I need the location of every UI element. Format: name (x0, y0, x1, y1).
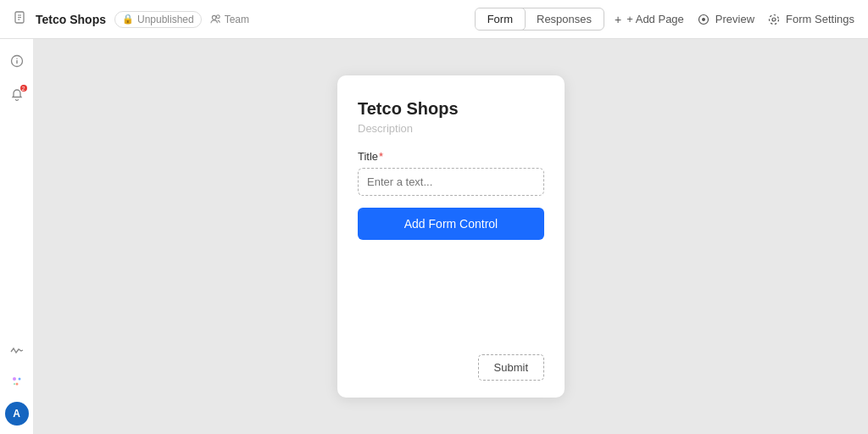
add-page-link[interactable]: + + Add Page (615, 13, 684, 26)
topbar-right: + + Add Page Preview Form Settings (615, 13, 854, 26)
view-tabs: Form Responses (475, 8, 604, 31)
submit-button[interactable]: Submit (478, 354, 544, 381)
topbar-left: Tetco Shops 🔒 Unpublished Team (14, 11, 465, 28)
svg-point-15 (15, 383, 18, 386)
svg-point-13 (13, 377, 16, 381)
sidebar-activity-icon[interactable] (3, 337, 31, 364)
form-card: Tetco Shops Description Title* Add Form … (337, 75, 565, 398)
svg-point-16 (14, 383, 15, 385)
svg-point-7 (702, 18, 705, 21)
sidebar-info-icon[interactable] (3, 47, 31, 75)
svg-point-8 (772, 18, 776, 21)
notification-badge: 2 (20, 85, 27, 92)
form-card-spacer (358, 247, 544, 348)
left-sidebar: 2 A (0, 39, 34, 434)
topbar: Tetco Shops 🔒 Unpublished Team Form Resp… (0, 0, 868, 39)
team-badge: Team (210, 14, 249, 25)
title-input[interactable] (358, 168, 544, 196)
sidebar-bell-icon[interactable]: 2 (3, 81, 31, 108)
add-form-control-button[interactable]: Add Form Control (358, 208, 544, 240)
svg-point-4 (212, 15, 216, 19)
doc-icon (14, 11, 27, 27)
preview-link[interactable]: Preview (698, 13, 754, 25)
tab-form[interactable]: Form (475, 8, 526, 31)
status-label: Unpublished (137, 14, 194, 25)
lock-icon: 🔒 (122, 14, 134, 25)
required-marker: * (379, 150, 383, 163)
svg-point-14 (18, 378, 20, 381)
sidebar-sparkle-icon[interactable] (3, 368, 31, 395)
form-card-description: Description (358, 122, 544, 135)
user-avatar[interactable]: A (5, 402, 29, 426)
form-settings-link[interactable]: Form Settings (768, 13, 854, 25)
svg-point-12 (16, 58, 17, 59)
tab-responses[interactable]: Responses (525, 8, 604, 30)
field-label: Title* (358, 150, 544, 163)
svg-point-9 (770, 14, 779, 24)
form-card-title: Tetco Shops (358, 99, 544, 119)
app-title: Tetco Shops (36, 13, 106, 26)
status-badge: 🔒 Unpublished (114, 11, 202, 28)
svg-point-5 (216, 15, 220, 19)
form-canvas: Tetco Shops Description Title* Add Form … (34, 39, 868, 434)
plus-icon: + (615, 13, 621, 26)
main-area: 2 A Tetco Shops Description Title* Add F… (0, 39, 868, 434)
team-label: Team (225, 14, 249, 25)
submit-btn-area: Submit (358, 354, 544, 381)
